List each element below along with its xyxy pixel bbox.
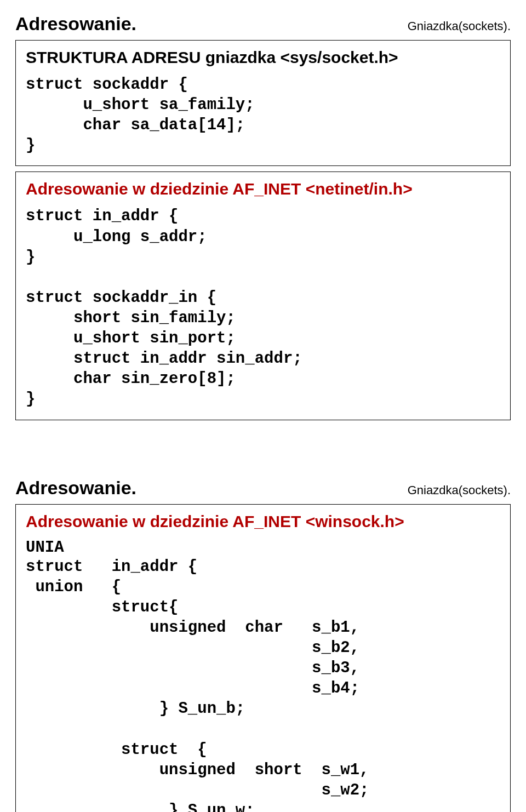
box-sockaddr: STRUKTURA ADRESU gniazdka <sys/socket.h>… [15, 40, 511, 166]
box-heading: Adresowanie w dziedzinie AF_INET <netine… [26, 180, 500, 198]
code-block: struct in_addr { union { struct{ unsigne… [26, 557, 500, 812]
slide-subtitle: Gniazdka(sockets). [408, 19, 511, 33]
code-block: struct in_addr { u_long s_addr; } struct… [26, 206, 500, 409]
slide-subtitle: Gniazdka(sockets). [408, 483, 511, 498]
slide-title: Adresowanie. [15, 477, 136, 499]
box-winsock: Adresowanie w dziedzinie AF_INET <winsoc… [15, 504, 511, 812]
slide-2: Adresowanie. Gniazdka(sockets). Adresowa… [0, 464, 526, 812]
box-heading: STRUKTURA ADRESU gniazdka <sys/socket.h> [26, 48, 500, 67]
slide-1: Adresowanie. Gniazdka(sockets). STRUKTUR… [0, 0, 526, 442]
box-heading: Adresowanie w dziedzinie AF_INET <winsoc… [26, 512, 500, 531]
slide-title: Adresowanie. [15, 13, 136, 35]
unia-label: UNIA [26, 539, 500, 557]
box-netinet: Adresowanie w dziedzinie AF_INET <netine… [15, 171, 511, 420]
title-row: Adresowanie. Gniazdka(sockets). [15, 477, 511, 499]
title-row: Adresowanie. Gniazdka(sockets). [15, 13, 511, 35]
code-block: struct sockaddr { u_short sa_family; cha… [26, 75, 500, 156]
